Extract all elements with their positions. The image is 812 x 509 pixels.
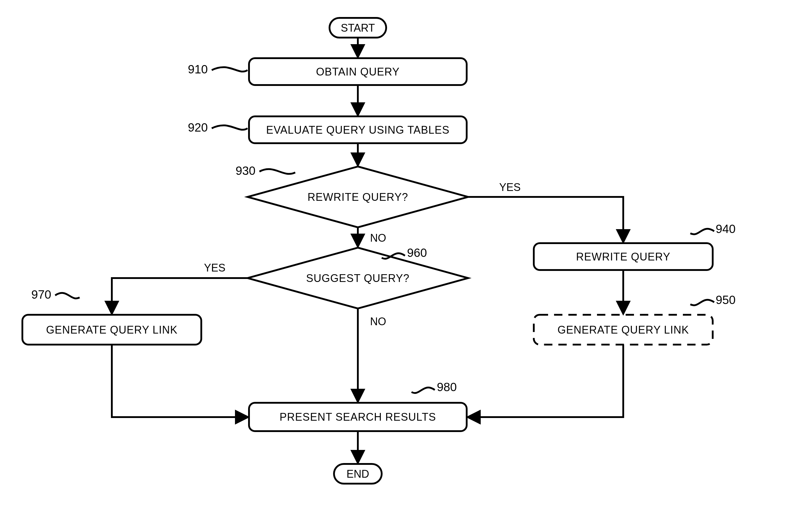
box-generate-link-left: GENERATE QUERY LINK (22, 315, 201, 345)
ref-970: 970 (31, 288, 51, 301)
ref-950: 950 (716, 293, 736, 306)
ref-980: 980 (437, 380, 457, 394)
box-generate-link-right-label: GENERATE QUERY LINK (557, 324, 689, 336)
box-obtain-query: OBTAIN QUERY (249, 58, 467, 85)
box-rewrite-query: REWRITE QUERY (534, 243, 713, 270)
box-obtain-query-label: OBTAIN QUERY (316, 66, 400, 78)
box-generate-link-right: GENERATE QUERY LINK (534, 315, 713, 345)
box-rewrite-query-label: REWRITE QUERY (576, 250, 670, 263)
box-present-results-label: PRESENT SEARCH RESULTS (280, 411, 436, 423)
box-generate-link-left-label: GENERATE QUERY LINK (46, 324, 177, 336)
label-suggest-no: NO (370, 315, 386, 328)
box-present-results: PRESENT SEARCH RESULTS (249, 403, 467, 431)
label-rewrite-no: NO (370, 232, 386, 244)
box-evaluate-query: EVALUATE QUERY USING TABLES (249, 116, 467, 143)
label-suggest-yes: YES (204, 262, 225, 274)
box-evaluate-query-label: EVALUATE QUERY USING TABLES (266, 124, 449, 136)
terminal-start: START (330, 18, 386, 38)
decision-suggest-label: SUGGEST QUERY? (306, 272, 410, 284)
ref-910: 910 (188, 63, 208, 76)
decision-rewrite: REWRITE QUERY? (248, 167, 468, 227)
flowchart: START END OBTAIN QUERY EVALUATE QUERY US… (0, 0, 812, 509)
ref-920: 920 (188, 121, 208, 134)
terminal-end-label: END (346, 468, 369, 480)
ref-940: 940 (716, 222, 736, 235)
terminal-start-label: START (341, 22, 375, 34)
ref-930: 930 (235, 164, 256, 177)
decision-rewrite-label: REWRITE QUERY? (307, 191, 408, 203)
ref-960: 960 (407, 246, 427, 259)
decision-suggest: SUGGEST QUERY? (248, 248, 468, 308)
terminal-end: END (334, 464, 382, 484)
label-rewrite-yes: YES (499, 181, 521, 193)
